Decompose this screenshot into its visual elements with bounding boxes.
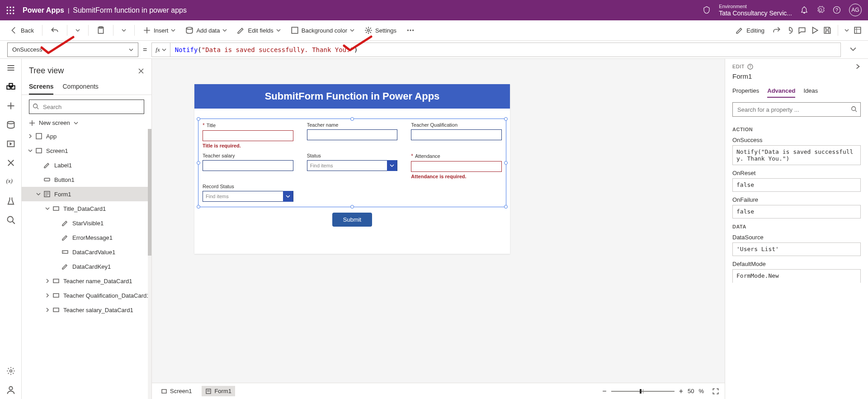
close-tree-icon[interactable] [138, 68, 144, 74]
info-icon[interactable]: ? [747, 64, 753, 70]
prop-value-datasource[interactable]: 'Users List' [732, 242, 861, 256]
tree-item-teacher-qual-datacard[interactable]: Teacher Qualification_DataCard1 [22, 288, 151, 303]
resize-handle[interactable] [504, 161, 508, 165]
resize-handle[interactable] [504, 117, 508, 121]
tree-item-button1[interactable]: Button1 [22, 172, 151, 187]
formula-bar[interactable]: fx Notify("Data is saved successfully. T… [151, 43, 841, 57]
publish-icon[interactable] [854, 26, 862, 34]
rail-tree-icon[interactable] [6, 82, 15, 91]
tree-scrollbar[interactable] [148, 129, 151, 399]
rail-variables-icon[interactable]: (x) [6, 177, 15, 186]
prop-value-onreset[interactable]: false [732, 178, 861, 192]
field-input-teacher-qual[interactable] [411, 129, 502, 140]
rail-ask-icon[interactable] [6, 385, 15, 394]
app-launcher-icon[interactable] [6, 6, 14, 14]
prop-value-onfailure[interactable]: false [732, 205, 861, 218]
breadcrumb-screen1[interactable]: Screen1 [157, 386, 195, 396]
rail-flows-icon[interactable] [6, 158, 15, 167]
comments-icon[interactable] [798, 26, 806, 34]
tab-advanced[interactable]: Advanced [767, 85, 795, 98]
tab-ideas[interactable]: Ideas [803, 85, 818, 98]
tree-item-label1[interactable]: Label1 [22, 158, 151, 172]
background-color-button[interactable]: Background color [287, 24, 358, 37]
undo-dropdown[interactable] [72, 25, 84, 35]
checker-icon[interactable] [785, 26, 793, 34]
resize-handle[interactable] [350, 117, 354, 121]
rail-settings-icon[interactable] [6, 366, 15, 375]
submit-button[interactable]: Submit [332, 213, 372, 227]
field-combo-status[interactable]: Find items [307, 160, 398, 171]
environment-picker[interactable]: Environment Tata Consultancy Servic... [719, 4, 792, 17]
help-icon[interactable]: ? [833, 6, 841, 14]
field-input-title[interactable] [203, 130, 293, 141]
tree-item-screen1[interactable]: Screen1 [22, 143, 151, 158]
tree-item-errormessage[interactable]: ErrorMessage1 [22, 230, 151, 245]
rail-insert-icon[interactable] [6, 101, 15, 110]
user-avatar[interactable]: AG [849, 4, 862, 16]
field-input-teacher-salary[interactable] [203, 160, 293, 171]
zoom-out-icon[interactable]: − [602, 387, 606, 395]
add-data-button[interactable]: Add data [182, 24, 231, 37]
rail-tools-icon[interactable] [6, 196, 15, 205]
paste-dropdown[interactable] [118, 25, 130, 35]
preview-icon[interactable] [811, 26, 819, 34]
undo-button[interactable] [47, 24, 62, 37]
rail-search-icon[interactable] [6, 215, 15, 224]
zoom-slider[interactable] [611, 391, 675, 392]
field-input-teacher-name[interactable] [307, 129, 398, 140]
rail-data-icon[interactable] [6, 120, 15, 129]
tab-screens[interactable]: Screens [29, 79, 53, 95]
fit-to-screen-icon[interactable] [712, 388, 719, 395]
tree-item-teacher-sal-datacard[interactable]: Teacher salary_DataCard1 [22, 303, 151, 317]
tree-search-input[interactable] [29, 100, 144, 114]
tree-item-form1[interactable]: Form1 [22, 187, 151, 201]
tree-item-starvisible[interactable]: StarVisible1 [22, 216, 151, 230]
paste-button[interactable] [93, 24, 108, 37]
property-selector[interactable]: OnSuccess [7, 43, 138, 57]
file-name[interactable]: SubmitForm function in power apps [73, 6, 187, 14]
resize-handle[interactable] [197, 205, 200, 209]
property-search-input[interactable] [732, 102, 861, 117]
breadcrumb-form1[interactable]: Form1 [202, 386, 235, 396]
section-data: DATA [732, 224, 861, 229]
chevron-down-icon[interactable] [283, 191, 293, 202]
save-icon[interactable] [823, 26, 831, 34]
more-button[interactable] [403, 24, 418, 37]
tree-item-teacher-name-datacard[interactable]: Teacher name_DataCard1 [22, 274, 151, 288]
resize-handle[interactable] [350, 205, 354, 209]
tree-item-datacardvalue[interactable]: DataCardValue1 [22, 245, 151, 259]
environment-icon[interactable] [703, 6, 711, 14]
resize-handle[interactable] [504, 205, 508, 209]
tree-item-title-datacard[interactable]: Title_DataCard1 [22, 201, 151, 216]
rail-hamburger-icon[interactable] [6, 63, 15, 72]
prop-value-onsuccess[interactable]: Notify("Data is saved successfully. Than… [732, 145, 861, 165]
zoom-in-icon[interactable]: + [679, 387, 683, 395]
notifications-icon[interactable] [800, 6, 808, 14]
formula-text[interactable]: Notify("Data is saved successfully. Than… [170, 46, 363, 53]
expand-formula-icon[interactable] [845, 46, 861, 53]
prop-value-defaultmode[interactable]: FormMode.New [732, 269, 861, 283]
resize-handle[interactable] [197, 161, 200, 165]
tree-item-datacardkey[interactable]: DataCardKey1 [22, 259, 151, 274]
edit-fields-button[interactable]: Edit fields [233, 24, 284, 37]
tree-item-app[interactable]: App [22, 129, 151, 143]
tab-properties[interactable]: Properties [732, 85, 759, 98]
settings-button[interactable]: Settings [361, 24, 400, 37]
collapse-panel-icon[interactable] [854, 63, 861, 70]
insert-button[interactable]: Insert [139, 24, 179, 37]
chevron-down-icon[interactable] [387, 160, 397, 171]
back-button[interactable]: Back [6, 24, 38, 37]
resize-handle[interactable] [197, 117, 200, 121]
share-icon[interactable] [773, 26, 781, 34]
fx-label[interactable]: fx [152, 43, 170, 57]
save-dropdown-icon[interactable] [844, 28, 849, 33]
settings-icon[interactable] [816, 6, 825, 14]
field-input-attendance[interactable] [411, 161, 502, 172]
canvas[interactable]: SubmitForm Function in Power Apps Title … [152, 59, 725, 399]
new-screen-button[interactable]: New screen [22, 117, 151, 129]
field-combo-record-status[interactable]: Find items [203, 191, 293, 202]
tree-search[interactable] [29, 100, 144, 114]
rail-media-icon[interactable] [6, 139, 15, 148]
tab-components[interactable]: Components [62, 79, 98, 95]
editing-mode-button[interactable]: Editing [732, 24, 768, 37]
